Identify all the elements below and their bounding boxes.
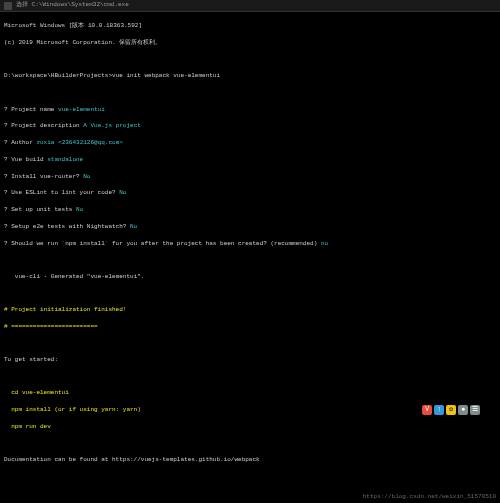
q-eslint: ? Use ESLint to lint your code? No <box>4 189 496 197</box>
window-titlebar[interactable]: 选择 C:\Windows\System32\cmd.exe <box>0 0 500 12</box>
docs-link: Documentation can be found at https://vu… <box>4 456 496 464</box>
q-author: ? Author zuxia <236432126@qq.com> <box>4 139 496 147</box>
win-version: Microsoft Windows [版本 10.0.18363.592] <box>4 22 496 30</box>
share-badges: V ↑ ✿ ● ☰ <box>422 405 480 415</box>
terminal-output[interactable]: Microsoft Windows [版本 10.0.18363.592] (c… <box>0 12 500 503</box>
q-unit: ? Set up unit tests No <box>4 206 496 214</box>
cd-cmd: cd vue-elementui <box>4 389 496 397</box>
q-npm: ? Should we run `npm install` for you af… <box>4 240 496 248</box>
badge-icon[interactable]: ✿ <box>446 405 456 415</box>
badge-icon[interactable]: ● <box>458 405 468 415</box>
q-build: ? Vue build standalone <box>4 156 496 164</box>
app-icon <box>4 2 12 10</box>
prompt-line: D:\workspace\HBuilderProjects>vue init w… <box>4 72 496 80</box>
badge-icon[interactable]: ↑ <box>434 405 444 415</box>
init-finished: # Project initialization finished! <box>4 306 496 314</box>
watermark: https://blog.csdn.net/weixin_51570510 <box>363 493 496 501</box>
window-title: 选择 C:\Windows\System32\cmd.exe <box>16 1 496 9</box>
q-router: ? Install vue-router? No <box>4 173 496 181</box>
separator: # ======================== <box>4 323 496 331</box>
q-desc: ? Project description A Vue.js project <box>4 122 496 130</box>
get-started: To get started: <box>4 356 496 364</box>
copyright: (c) 2019 Microsoft Corporation. 保留所有权利。 <box>4 39 496 47</box>
generated: vue-cli · Generated "vue-elementui". <box>4 273 496 281</box>
q-name: ? Project name vue-elementui <box>4 106 496 114</box>
badge-icon[interactable]: V <box>422 405 432 415</box>
q-e2e: ? Setup e2e tests with Nightwatch? No <box>4 223 496 231</box>
badge-icon[interactable]: ☰ <box>470 405 480 415</box>
run-cmd: npm run dev <box>4 423 496 431</box>
